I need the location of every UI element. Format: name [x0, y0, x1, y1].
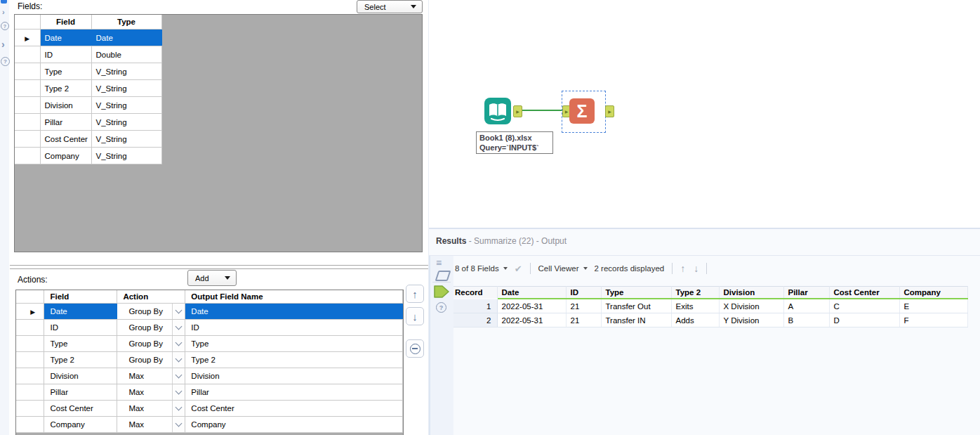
row-selector-cell[interactable]: ▶ [16, 304, 44, 320]
result-cell[interactable]: Transfer IN [601, 313, 671, 327]
action-combobox[interactable]: Max [123, 368, 185, 384]
results-column-header[interactable]: Company [899, 287, 967, 299]
result-cell[interactable]: X Division [719, 299, 783, 313]
field-type-cell[interactable]: V_String [91, 148, 161, 164]
results-column-header[interactable]: Type 2 [671, 287, 719, 299]
help-icon[interactable]: ? [1, 22, 9, 30]
summarize-output-anchor[interactable]: ▶ [605, 105, 614, 117]
action-field-cell[interactable]: Division [44, 368, 117, 384]
row-selector-cell[interactable] [15, 131, 40, 148]
row-selector-cell[interactable] [15, 148, 40, 164]
cell-viewer-dropdown[interactable]: Cell Viewer [538, 264, 588, 273]
result-cell[interactable]: Exits [671, 299, 719, 313]
field-name-cell[interactable]: Cost Center [40, 131, 91, 148]
move-down-button[interactable]: ↓ [406, 307, 424, 325]
action-combobox-dropdown[interactable] [172, 384, 185, 400]
field-type-cell[interactable]: V_String [91, 131, 161, 148]
output-field-name-cell[interactable]: Type 2 [185, 352, 403, 368]
action-combobox[interactable]: Group By [123, 336, 185, 351]
action-select-cell[interactable]: Max [117, 417, 185, 433]
row-selector-cell[interactable] [16, 352, 44, 368]
tool-connection[interactable] [429, 0, 980, 228]
action-combobox[interactable]: Max [123, 384, 185, 400]
action-combobox-dropdown[interactable] [172, 352, 185, 368]
output-field-name-cell[interactable]: Type [185, 336, 403, 352]
result-cell[interactable]: Adds [671, 313, 719, 327]
previous-record-button[interactable]: ↑ [680, 263, 685, 274]
row-selector-cell[interactable] [15, 63, 40, 80]
summarize-tool[interactable]: Σ [569, 98, 595, 124]
check-icon[interactable]: ✔ [515, 264, 522, 274]
next-record-button[interactable]: ↓ [694, 263, 698, 274]
chevron-right-icon[interactable]: › [2, 8, 5, 16]
fields-filter-dropdown[interactable]: 8 of 8 Fields [455, 264, 508, 273]
action-combobox[interactable]: Group By [123, 304, 185, 319]
workflow-anchor-icon[interactable] [435, 271, 451, 281]
row-selector-cell[interactable] [16, 368, 44, 384]
field-type-cell[interactable]: V_String [91, 63, 161, 80]
results-column-header[interactable]: ID [566, 287, 601, 299]
field-name-cell[interactable]: Company [40, 148, 91, 164]
field-name-cell[interactable]: Division [40, 97, 91, 114]
output-field-name-cell[interactable]: Cost Center [185, 401, 403, 417]
results-column-header[interactable]: Cost Center [829, 287, 899, 299]
result-cell[interactable]: 2022-05-31 [497, 299, 566, 313]
remove-action-button[interactable] [406, 339, 424, 358]
field-type-cell[interactable]: V_String [91, 97, 161, 114]
row-selector-cell[interactable] [16, 336, 44, 352]
input-tool-output-anchor[interactable]: ▶ [513, 105, 522, 117]
panel-splitter[interactable] [10, 265, 428, 269]
result-cell[interactable]: 21 [566, 313, 601, 327]
output-field-name-cell[interactable]: Pillar [185, 384, 403, 401]
row-selector-cell[interactable] [15, 46, 40, 63]
results-column-header[interactable]: Division [719, 287, 783, 299]
action-combobox[interactable]: Max [123, 417, 185, 432]
action-combobox[interactable]: Group By [123, 320, 185, 335]
output-field-name-cell[interactable]: ID [185, 320, 403, 336]
add-dropdown-button[interactable]: Add [187, 270, 237, 286]
action-select-cell[interactable]: Group By [117, 352, 185, 368]
results-column-header[interactable]: Date [497, 287, 566, 299]
action-combobox-dropdown[interactable] [172, 320, 185, 335]
action-field-cell[interactable]: Cost Center [44, 401, 117, 417]
results-column-header[interactable]: Pillar [783, 287, 829, 299]
field-name-cell[interactable]: Type 2 [40, 80, 91, 97]
action-select-cell[interactable]: Max [117, 401, 185, 417]
field-type-cell[interactable]: V_String [91, 80, 161, 97]
field-name-cell[interactable]: Date [40, 30, 91, 46]
select-dropdown-button[interactable]: Select [357, 0, 423, 13]
action-select-cell[interactable]: Max [117, 384, 185, 401]
action-combobox-dropdown[interactable] [172, 304, 185, 319]
field-name-cell[interactable]: Pillar [40, 114, 91, 131]
help-icon[interactable]: ? [436, 302, 446, 313]
result-cell[interactable]: 21 [566, 299, 601, 313]
output-field-name-cell[interactable]: Date [185, 304, 403, 320]
input-data-tool[interactable] [484, 98, 511, 124]
results-column-header[interactable]: Type [601, 287, 671, 299]
action-field-cell[interactable]: Date [44, 304, 117, 320]
field-type-cell[interactable]: V_String [91, 114, 161, 131]
action-combobox[interactable]: Group By [123, 352, 185, 368]
action-combobox[interactable]: Max [123, 401, 185, 416]
row-selector-cell[interactable] [15, 80, 40, 97]
row-selector-cell[interactable]: ▶ [15, 30, 40, 46]
action-field-cell[interactable]: Pillar [44, 384, 117, 401]
action-combobox-dropdown[interactable] [172, 368, 185, 384]
result-cell[interactable]: C [829, 299, 899, 313]
row-selector-cell[interactable] [15, 114, 40, 131]
result-cell[interactable]: B [783, 313, 829, 327]
action-select-cell[interactable]: Group By [117, 336, 185, 352]
chevron-right-icon[interactable]: › [1, 39, 5, 49]
action-combobox-dropdown[interactable] [172, 401, 185, 416]
output-field-name-cell[interactable]: Division [185, 368, 403, 384]
row-selector-cell[interactable] [16, 320, 44, 336]
action-field-cell[interactable]: Type 2 [44, 352, 117, 368]
field-name-cell[interactable]: ID [40, 46, 91, 63]
action-select-cell[interactable]: Group By [117, 320, 185, 336]
action-field-cell[interactable]: ID [44, 320, 117, 336]
result-cell[interactable]: D [829, 313, 899, 327]
input-tool-annotation[interactable]: Book1 (8).xlsx Query=`INPUT$` [476, 131, 553, 154]
field-type-cell[interactable]: Double [91, 46, 161, 63]
row-selector-cell[interactable] [16, 417, 44, 433]
active-anchor-icon[interactable] [1, 0, 7, 4]
